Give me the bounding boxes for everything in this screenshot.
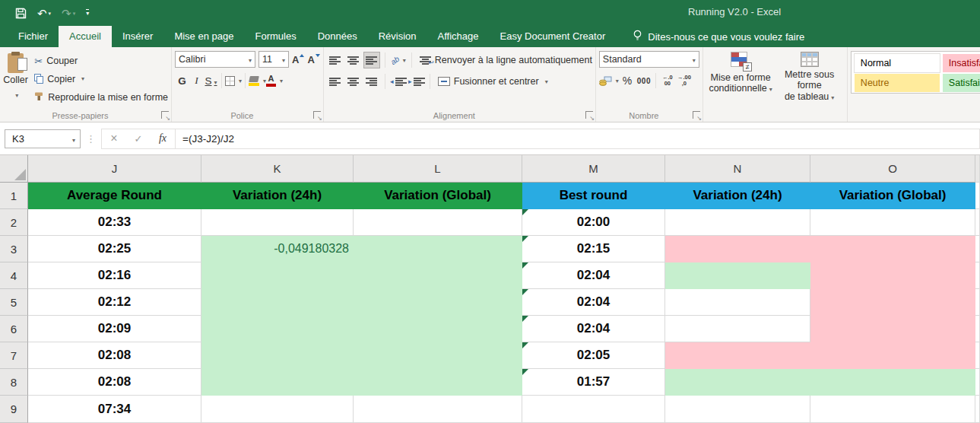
tab-r-vision[interactable]: Révision (368, 26, 427, 47)
cut-button[interactable]: Couper (34, 52, 168, 68)
number-format-select[interactable]: Standard (599, 51, 699, 68)
cell-L5[interactable] (354, 289, 522, 316)
number-dialog-launcher[interactable] (693, 111, 700, 119)
italic-button[interactable]: I (189, 75, 204, 87)
cell-M2[interactable]: 02:00 (522, 209, 665, 236)
cell-M5[interactable]: 02:04 (522, 289, 665, 316)
tell-me-box[interactable]: Dites-nous ce que vous voulez faire (633, 26, 804, 47)
row-header-8[interactable]: 8 (0, 369, 28, 396)
font-size-select[interactable]: 11 (258, 51, 289, 68)
cell-M7[interactable]: 02:05 (522, 342, 665, 369)
cell-M6[interactable]: 02:04 (522, 316, 665, 342)
cell-K8[interactable] (201, 369, 354, 396)
cell-N8[interactable] (665, 369, 810, 396)
col-header-J[interactable]: J (28, 155, 201, 183)
row-header-3[interactable]: 3 (0, 236, 28, 262)
cell-K3[interactable]: -0,049180328 (201, 236, 354, 262)
insert-function-button[interactable]: fx (151, 132, 175, 145)
cell-O5[interactable] (810, 289, 975, 316)
format-painter-button[interactable]: Reproduire la mise en forme (34, 89, 168, 105)
tab-ins-rer[interactable]: Insérer (112, 26, 163, 47)
percent-style-button[interactable]: % (619, 72, 636, 89)
save-icon[interactable] (15, 8, 27, 19)
cell-O3[interactable] (810, 236, 975, 262)
style-item-insatisfaisant[interactable]: Insatisfaisant (943, 54, 980, 72)
cell-K6[interactable] (201, 316, 354, 342)
cell-N3[interactable] (665, 236, 810, 262)
tab-donn-es[interactable]: Données (307, 26, 368, 47)
style-item-satisfaisant[interactable]: Satisfaisant (943, 74, 980, 92)
formula-input[interactable]: =(J3-J2)/J2 (176, 129, 980, 149)
cell-K7[interactable] (201, 342, 354, 369)
cell-N1[interactable]: Variation (24h) (665, 183, 810, 209)
font-dialog-launcher[interactable] (313, 111, 321, 119)
cell-J8[interactable]: 02:08 (28, 369, 201, 396)
alignment-dialog-launcher[interactable] (585, 111, 593, 119)
align-left-button[interactable] (327, 73, 344, 90)
bold-button[interactable]: G (175, 75, 189, 87)
align-center-button[interactable] (345, 73, 362, 90)
undo-button[interactable] (37, 8, 51, 19)
decrease-font-size-button[interactable]: A (307, 54, 319, 65)
cell-L6[interactable] (354, 316, 522, 342)
cell-M9[interactable] (522, 396, 665, 423)
cell-K4[interactable] (201, 262, 354, 289)
tab-mise-en-page[interactable]: Mise en page (163, 26, 244, 47)
cell-K2[interactable] (201, 209, 354, 236)
col-header-K[interactable]: K (201, 155, 354, 183)
cell-N5[interactable] (665, 289, 810, 316)
cell-O6[interactable] (810, 316, 975, 342)
align-top-button[interactable] (327, 52, 344, 68)
cell-J9[interactable]: 07:34 (28, 396, 201, 423)
cell-O9[interactable] (810, 396, 975, 423)
cell-N6[interactable] (665, 316, 810, 342)
tab-easy-document-creator[interactable]: Easy Document Creator (490, 26, 617, 47)
cell-L7[interactable] (354, 342, 522, 369)
name-box[interactable]: K3 (5, 129, 81, 148)
underline-button[interactable]: S (204, 75, 218, 87)
tab-accueil[interactable]: Accueil (59, 26, 112, 47)
cell-N4[interactable] (665, 262, 810, 289)
font-color-button[interactable]: A (266, 72, 283, 89)
tab-fichier[interactable]: Fichier (8, 26, 59, 47)
cell-J7[interactable]: 02:08 (28, 342, 201, 369)
cancel-formula-button[interactable] (102, 132, 126, 145)
font-family-select[interactable]: Calibri (175, 51, 255, 68)
customize-quick-access-icon[interactable] (86, 9, 89, 17)
comma-style-button[interactable]: 000 (636, 72, 652, 89)
orientation-button[interactable]: ab (390, 52, 407, 68)
cell-K5[interactable] (201, 289, 354, 316)
cell-J6[interactable]: 02:09 (28, 316, 201, 342)
cell-L9[interactable] (354, 396, 522, 423)
row-header-1[interactable]: 1 (0, 183, 28, 209)
align-middle-button[interactable] (345, 52, 362, 68)
cell-M8[interactable]: 01:57 (522, 369, 665, 396)
cell-J2[interactable]: 02:33 (28, 209, 201, 236)
clipboard-dialog-launcher[interactable] (161, 111, 169, 119)
row-header-5[interactable]: 5 (0, 289, 28, 316)
redo-button[interactable] (62, 8, 75, 19)
cell-N9[interactable] (665, 396, 810, 423)
row-header-9[interactable]: 9 (0, 396, 28, 423)
wrap-text-button[interactable]: ↩ Renvoyer à la ligne automatiquement (420, 52, 592, 68)
col-header-L[interactable]: L (354, 155, 522, 183)
row-header-4[interactable]: 4 (0, 262, 28, 289)
cell-N2[interactable] (665, 209, 810, 236)
cell-M1[interactable]: Best round (522, 183, 665, 209)
cell-O2[interactable] (810, 209, 975, 236)
decrease-decimal-button[interactable]: →.00,0 (676, 72, 693, 89)
cell-K9[interactable] (201, 396, 354, 423)
col-header-N[interactable]: N (665, 155, 810, 183)
cell-L3[interactable] (354, 236, 522, 262)
decrease-indent-button[interactable]: ◂ (390, 73, 407, 90)
cell-L1[interactable]: Variation (Global) (354, 183, 522, 209)
increase-indent-button[interactable]: ▸ (408, 73, 425, 90)
cell-J3[interactable]: 02:25 (28, 236, 201, 262)
cell-L4[interactable] (354, 262, 522, 289)
cell-J5[interactable]: 02:12 (28, 289, 201, 316)
cell-L8[interactable] (354, 369, 522, 396)
increase-font-size-button[interactable]: A (292, 54, 304, 65)
cell-N7[interactable] (665, 342, 810, 369)
style-item-neutre[interactable]: Neutre (855, 74, 940, 92)
conditional-formatting-button[interactable]: Mise en forme conditionnelle (706, 52, 775, 110)
